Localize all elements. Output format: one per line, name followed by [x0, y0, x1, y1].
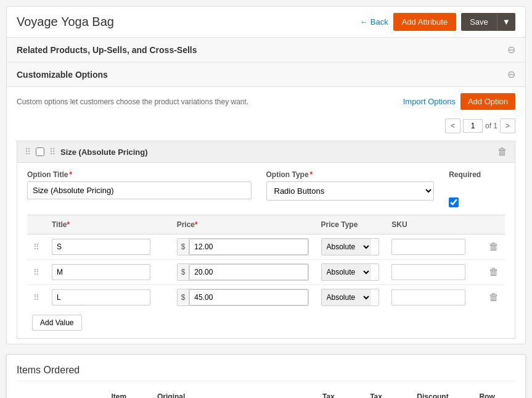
- option-required-checkbox-container: [449, 194, 505, 207]
- ordered-col-header-9: Row Total: [474, 389, 515, 398]
- drag-icon[interactable]: ⠿: [49, 147, 55, 157]
- value-title-input-2[interactable]: [52, 289, 150, 305]
- back-link[interactable]: ← Back: [360, 17, 388, 27]
- related-products-section[interactable]: Related Products, Up-Sells, and Cross-Se…: [7, 38, 525, 62]
- value-price-input-1[interactable]: [189, 264, 308, 280]
- value-price-input-2[interactable]: [189, 289, 308, 305]
- ordered-col-header-2: Original Price: [152, 389, 204, 398]
- ordered-col-header-3: Price: [204, 389, 237, 398]
- back-label: Back: [370, 17, 388, 27]
- price-symbol-2: $: [178, 289, 190, 305]
- items-ordered-card: Items Ordered ProductItem StatusOriginal…: [6, 354, 526, 398]
- price-type-cell: Absolute Percent: [315, 260, 386, 285]
- ordered-col-header-4: Qty: [237, 389, 278, 398]
- save-dropdown-button[interactable]: ▼: [497, 13, 515, 31]
- import-options-button[interactable]: Import Options: [403, 97, 456, 106]
- value-delete-button-2[interactable]: 🗑: [489, 292, 499, 303]
- price-type-cell: Absolute Percent: [315, 234, 386, 260]
- custom-options-description: Custom options let customers choose the …: [17, 97, 248, 106]
- ordered-col-header-7: Tax Percent: [365, 389, 412, 398]
- price-type-cell: Absolute Percent: [315, 285, 386, 310]
- back-arrow-icon: ←: [360, 17, 368, 27]
- prev-page-button[interactable]: <: [445, 118, 460, 133]
- sku-cell: [385, 285, 483, 310]
- option-title-group: Option Title*: [27, 170, 252, 199]
- ordered-col-header-8: Discount Amount: [412, 389, 474, 398]
- page-title: Voyage Yoga Bag: [17, 15, 114, 29]
- drag-cell: ⠿: [27, 285, 46, 310]
- price-symbol-1: $: [178, 264, 190, 280]
- col-price-type-header: Price Type: [315, 215, 386, 234]
- next-page-button[interactable]: >: [500, 118, 515, 133]
- title-cell: [46, 285, 171, 310]
- save-button[interactable]: Save: [461, 13, 497, 31]
- ordered-col-header-6: Tax Amount: [317, 389, 365, 398]
- option-block-title: Size (Absolute Pricing): [60, 147, 493, 157]
- col-title-header: Title*: [46, 215, 171, 234]
- value-title-input-0[interactable]: [52, 239, 150, 255]
- value-price-type-select-1[interactable]: Absolute Percent: [322, 264, 371, 280]
- related-toggle-icon: ⊖: [507, 44, 515, 56]
- custom-options-buttons: Import Options Add Option: [403, 93, 515, 110]
- ordered-col-header-5: Subtotal: [278, 389, 317, 398]
- custom-options-toolbar: Custom options let customers choose the …: [7, 87, 525, 116]
- option-required-checkbox[interactable]: [449, 197, 459, 207]
- title-cell: [46, 234, 171, 260]
- header-actions: ← Back Add Attribute Save ▼: [360, 13, 515, 31]
- option-required-group: Required: [449, 170, 505, 207]
- price-symbol-0: $: [178, 239, 190, 255]
- option-type-label: Option Type*: [266, 170, 435, 179]
- save-button-group: Save ▼: [461, 13, 515, 31]
- values-table: Title* Price* Price Type SKU ⠿: [27, 215, 505, 310]
- customizable-toggle-icon: ⊖: [507, 68, 515, 80]
- table-row: ⠿ $ Absolute Percent: [27, 234, 505, 260]
- ordered-col-header-1: Item Status: [107, 389, 152, 398]
- sku-cell: [385, 234, 483, 260]
- value-delete-button-1[interactable]: 🗑: [489, 267, 499, 278]
- price-cell: $: [171, 234, 315, 260]
- col-price-header: Price*: [171, 215, 315, 234]
- add-attribute-button[interactable]: Add Attribute: [393, 13, 456, 31]
- option-title-label: Option Title*: [27, 170, 252, 179]
- option-type-group: Option Type* Radio Buttons Checkbox Drop…: [266, 170, 435, 201]
- value-sku-input-1[interactable]: [391, 264, 465, 280]
- add-option-button[interactable]: Add Option: [460, 93, 515, 110]
- delete-cell: 🗑: [483, 234, 505, 260]
- page-of-label: of 1: [485, 122, 497, 130]
- value-price-input-0[interactable]: [189, 239, 308, 255]
- option-fields: Option Title* Option Type* Radio Buttons…: [17, 163, 515, 338]
- customizable-options-header[interactable]: Customizable Options ⊖: [7, 62, 525, 87]
- value-price-type-select-2[interactable]: Absolute Percent: [322, 289, 371, 305]
- option-required-label: Required: [449, 170, 505, 179]
- drag-cell: ⠿: [27, 260, 46, 285]
- value-sku-input-2[interactable]: [391, 289, 465, 305]
- items-ordered-table: ProductItem StatusOriginal PricePriceQty…: [17, 389, 515, 398]
- option-delete-button[interactable]: 🗑: [497, 146, 507, 157]
- option-title-input[interactable]: [27, 181, 252, 199]
- option-type-select[interactable]: Radio Buttons Checkbox Drop-down Multipl…: [266, 181, 435, 201]
- option-block-header: ⠿ ⠿ Size (Absolute Pricing) 🗑: [17, 141, 515, 163]
- table-row: ⠿ $ Absolute Percent: [27, 285, 505, 310]
- option-select-checkbox[interactable]: [36, 147, 44, 156]
- sku-cell: [385, 260, 483, 285]
- customizable-section-title: Customizable Options: [17, 70, 108, 80]
- value-sku-input-0[interactable]: [391, 239, 465, 255]
- option-block: ⠿ ⠿ Size (Absolute Pricing) 🗑 Option Tit…: [17, 141, 515, 339]
- drag-handle-icon[interactable]: ⠿: [25, 147, 31, 157]
- col-sku-header: SKU: [385, 215, 483, 234]
- value-title-input-1[interactable]: [52, 264, 150, 280]
- related-section-title: Related Products, Up-Sells, and Cross-Se…: [17, 45, 197, 55]
- delete-cell: 🗑: [483, 260, 505, 285]
- value-price-type-select-0[interactable]: Absolute Percent: [322, 239, 371, 255]
- items-ordered-title: Items Ordered: [17, 365, 515, 381]
- title-cell: [46, 260, 171, 285]
- add-value-button[interactable]: Add Value: [32, 315, 82, 331]
- table-row: ⠿ $ Absolute Percent: [27, 260, 505, 285]
- ordered-col-header-0: Product: [17, 389, 107, 398]
- page-number-input[interactable]: [463, 119, 483, 133]
- value-delete-button-0[interactable]: 🗑: [489, 241, 499, 252]
- customizable-options-section: Customizable Options ⊖ Custom options le…: [7, 62, 525, 339]
- option-fields-row: Option Title* Option Type* Radio Buttons…: [27, 170, 505, 207]
- delete-cell: 🗑: [483, 285, 505, 310]
- drag-cell: ⠿: [27, 234, 46, 260]
